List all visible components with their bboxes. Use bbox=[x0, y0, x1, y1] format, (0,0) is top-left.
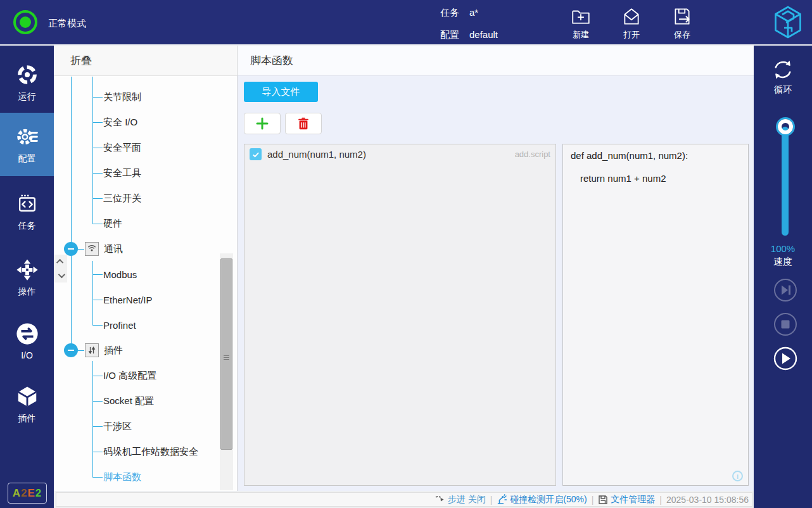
open-button-label: 打开 bbox=[623, 29, 640, 41]
loop-icon bbox=[770, 57, 796, 82]
tree-item-modbus[interactable]: Modbus bbox=[54, 262, 219, 287]
new-button[interactable]: 新建 bbox=[561, 6, 601, 41]
plus-icon bbox=[255, 116, 270, 131]
scrollbar-grip-icon bbox=[224, 354, 229, 361]
chevron-down-icon bbox=[58, 271, 65, 278]
sidebar-item-config[interactable]: 配置 bbox=[0, 113, 54, 176]
brand-logo-icon bbox=[771, 5, 804, 39]
tree-item-safety-io[interactable]: 安全 I/O bbox=[54, 110, 219, 135]
code-preview: def add_num(num1, num2): return num1 + n… bbox=[562, 144, 749, 486]
top-bar: 正常模式 任务 a* 配置 default 新建 打开 保存 bbox=[0, 0, 812, 44]
loop-label: 循环 bbox=[774, 84, 792, 96]
script-filename: add.script bbox=[515, 149, 550, 159]
page-title: 脚本函数 bbox=[250, 53, 293, 68]
code-line: def add_num(num1, num2): bbox=[571, 150, 740, 161]
scroll-up-button[interactable] bbox=[54, 255, 67, 269]
gear-icon bbox=[15, 125, 39, 149]
info-icon: i bbox=[732, 471, 743, 481]
sidebar-run-label: 运行 bbox=[18, 91, 36, 103]
sidebar-item-operate[interactable]: 操作 bbox=[0, 246, 54, 309]
separator: | bbox=[659, 495, 662, 505]
script-list: add_num(num1, num2) add.script bbox=[244, 144, 556, 486]
tree-item-script-functions[interactable]: 脚本函数 bbox=[54, 464, 219, 490]
delete-script-button[interactable] bbox=[285, 113, 322, 134]
tree-scrollbar[interactable] bbox=[220, 253, 233, 490]
speed-label: 速度 bbox=[754, 256, 812, 268]
floppy-icon bbox=[598, 495, 608, 505]
check-icon bbox=[251, 150, 260, 159]
tree-group-communication[interactable]: 通讯 bbox=[54, 236, 219, 262]
code-line: return num1 + num2 bbox=[571, 173, 740, 184]
step-mode-toggle[interactable]: 步进 关闭 bbox=[435, 494, 486, 505]
sidebar-operate-label: 操作 bbox=[18, 286, 36, 298]
config-row: 配置 default bbox=[440, 29, 498, 41]
badge-letter: 2 bbox=[21, 487, 27, 500]
badge-letter: 2 bbox=[35, 487, 42, 500]
loop-mode-button[interactable]: 循环 bbox=[754, 57, 812, 96]
status-bar: 步进 关闭 | 碰撞检测开启(50%) | 文件管理器 | 2025-03-10… bbox=[56, 492, 752, 507]
sidebar-task-label: 任务 bbox=[18, 220, 36, 232]
status-datetime: 2025-03-10 15:08:56 bbox=[666, 495, 749, 505]
script-functions-panel: 脚本函数 导入文件 add_num(num1, num2) add.script… bbox=[238, 46, 754, 491]
collapse-minus-icon[interactable] bbox=[64, 242, 78, 256]
tree-item-palletizer-data-safety[interactable]: 码垛机工作站数据安全 bbox=[54, 439, 219, 464]
mode-indicator-dot bbox=[20, 16, 31, 28]
stop-button[interactable] bbox=[773, 312, 798, 337]
sidebar-plugin-label: 插件 bbox=[18, 413, 36, 424]
scroll-down-button[interactable] bbox=[54, 269, 67, 283]
tree-item-three-position-switch[interactable]: 三位开关 bbox=[54, 186, 219, 211]
open-file-icon bbox=[621, 6, 642, 27]
run-icon bbox=[15, 63, 39, 87]
collapse-minus-icon[interactable] bbox=[64, 343, 78, 357]
step-arrow-icon bbox=[435, 495, 445, 505]
play-button[interactable] bbox=[773, 346, 798, 371]
script-checkbox-checked[interactable] bbox=[250, 148, 262, 160]
sidebar-item-io[interactable]: I/O bbox=[0, 309, 54, 372]
tree-item-safety-tool[interactable]: 安全工具 bbox=[54, 160, 219, 186]
collision-robot-icon bbox=[497, 494, 507, 505]
file-manager-button[interactable]: 文件管理器 bbox=[598, 494, 655, 505]
main-panel-header: 脚本函数 bbox=[238, 46, 754, 76]
step-forward-button[interactable] bbox=[773, 277, 798, 303]
import-file-button[interactable]: 导入文件 bbox=[244, 82, 318, 102]
tree-item-io-advanced[interactable]: I/O 高级配置 bbox=[54, 363, 219, 388]
trash-icon bbox=[296, 117, 310, 130]
config-tree-panel: 折叠 关节限制 安全 I/O 安全平面 安全工具 三位开关 硬件 通讯 Modb… bbox=[54, 46, 238, 491]
script-list-item[interactable]: add_num(num1, num2) add.script bbox=[250, 148, 550, 160]
tree-item-safety-plane[interactable]: 安全平面 bbox=[54, 135, 219, 160]
sidebar-io-label: I/O bbox=[21, 350, 33, 360]
left-sidebar: 运行 配置 任务 操作 I/O bbox=[0, 46, 54, 508]
tree-item-hardware[interactable]: 硬件 bbox=[54, 211, 219, 236]
tree-item-socket-config[interactable]: Socket 配置 bbox=[54, 388, 219, 414]
mode-indicator-icon bbox=[13, 10, 37, 34]
tree-rows: 关节限制 安全 I/O 安全平面 安全工具 三位开关 硬件 通讯 Modbus … bbox=[54, 77, 219, 490]
tree-scrollbar-thumb[interactable] bbox=[220, 258, 232, 450]
script-name: add_num(num1, num2) bbox=[267, 149, 366, 160]
collision-detection-toggle[interactable]: 碰撞检测开启(50%) bbox=[497, 494, 587, 505]
speed-slider-handle[interactable] bbox=[778, 119, 793, 134]
captcha-badge[interactable]: A 2 E 2 bbox=[8, 483, 47, 504]
task-label: 任务 bbox=[440, 7, 459, 19]
config-value: default bbox=[469, 29, 498, 41]
collapse-all-button[interactable]: 折叠 bbox=[70, 53, 92, 68]
sidebar-item-plugin[interactable]: 插件 bbox=[0, 372, 54, 436]
save-button[interactable]: 保存 bbox=[662, 6, 702, 41]
sidebar-item-run[interactable]: 运行 bbox=[0, 51, 54, 114]
sliders-icon bbox=[85, 343, 99, 357]
tree-item-interference-zone[interactable]: 干涉区 bbox=[54, 414, 219, 439]
code-window-icon bbox=[15, 192, 39, 216]
tree-item-profinet[interactable]: Profinet bbox=[54, 312, 219, 338]
chevron-up-icon bbox=[56, 259, 63, 266]
sidebar-item-task[interactable]: 任务 bbox=[0, 180, 54, 243]
speed-slider-track[interactable] bbox=[782, 127, 789, 236]
tree-item-ethernet-ip[interactable]: EtherNet/IP bbox=[54, 287, 219, 312]
open-button[interactable]: 打开 bbox=[611, 6, 652, 41]
badge-letter: E bbox=[27, 487, 35, 500]
tree-group-plugin[interactable]: 插件 bbox=[54, 338, 219, 363]
tree-item-joint-limits[interactable]: 关节限制 bbox=[54, 84, 219, 110]
antenna-icon bbox=[85, 242, 99, 256]
mode-label: 正常模式 bbox=[48, 18, 86, 30]
separator: | bbox=[490, 495, 493, 505]
add-script-button[interactable] bbox=[244, 113, 281, 134]
move-arrows-icon bbox=[15, 258, 39, 282]
